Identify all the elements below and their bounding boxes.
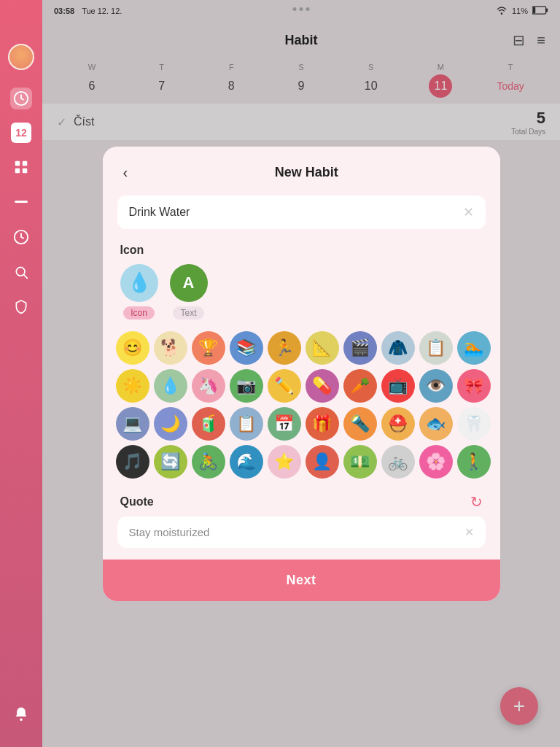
habit-icon-option[interactable]: 📐: [306, 331, 339, 365]
sidebar-item-grid[interactable]: [10, 156, 32, 178]
quote-section: Quote ↻ ✕: [117, 490, 486, 548]
habit-icon-option[interactable]: 🦄: [192, 369, 225, 403]
quote-label-row: Quote ↻: [117, 490, 486, 516]
habit-icon-option[interactable]: 🎁: [306, 407, 339, 441]
habit-icon-option[interactable]: 👁️: [419, 369, 453, 403]
habit-icon-option[interactable]: 🦷: [457, 407, 491, 441]
avatar[interactable]: [8, 44, 34, 70]
modal-overlay: ‹ New Habit ✕ Icon 💧 Icon A: [42, 0, 560, 747]
habit-icon-option[interactable]: 🚲: [381, 445, 415, 479]
modal-title: New Habit: [131, 165, 482, 180]
svg-rect-1: [15, 161, 20, 166]
habit-name-input-row: ✕: [117, 196, 486, 229]
next-button[interactable]: Next: [103, 560, 500, 601]
sidebar-item-clock[interactable]: [10, 226, 32, 248]
habit-icon-option[interactable]: 🔦: [343, 407, 377, 441]
habit-icon-option[interactable]: 🎵: [116, 445, 149, 479]
sidebar-item-notifications[interactable]: [10, 703, 32, 725]
sidebar-item-shield[interactable]: [10, 296, 32, 318]
svg-rect-5: [15, 201, 28, 203]
habit-icon-option[interactable]: 🐟: [419, 407, 453, 441]
habit-icon-option[interactable]: 🥕: [343, 369, 377, 403]
habit-icon-option[interactable]: ☀️: [116, 369, 149, 403]
icon-type-text[interactable]: A Text: [170, 264, 208, 320]
habit-icon-option[interactable]: ⭐: [268, 445, 301, 479]
icon-type-row: 💧 Icon A Text: [103, 264, 500, 331]
habit-icon-option[interactable]: 🌊: [230, 445, 263, 479]
habit-icon-option[interactable]: 👤: [306, 445, 339, 479]
svg-rect-2: [23, 161, 27, 166]
new-habit-modal: ‹ New Habit ✕ Icon 💧 Icon A: [103, 147, 500, 601]
icon-section-label: Icon: [103, 241, 500, 264]
icon-type-text-label: Text: [173, 306, 203, 320]
clear-input-button[interactable]: ✕: [463, 204, 474, 220]
habit-icon-option[interactable]: 🎀: [457, 369, 491, 403]
habit-icon-option[interactable]: 🚶: [457, 445, 491, 479]
habit-icon-option[interactable]: 🌸: [419, 445, 453, 479]
habit-icon-option[interactable]: 🌙: [154, 407, 187, 441]
habit-icon-option[interactable]: 📺: [381, 369, 415, 403]
icons-grid: 😊🐕🏆📚🏃📐🎬🧥📋🏊☀️💧🦄📷✏️💊🥕📺👁️🎀💻🌙🧃📋📅🎁🔦⛑️🐟🦷🎵🔄🚴🌊⭐👤…: [103, 331, 500, 490]
habit-icon-option[interactable]: 🚴: [192, 445, 225, 479]
habit-icon-option[interactable]: 📚: [230, 331, 263, 365]
modal-back-button[interactable]: ‹: [120, 161, 131, 184]
habit-icon-option[interactable]: 🔄: [154, 445, 187, 479]
habit-icon-option[interactable]: ✏️: [268, 369, 301, 403]
habit-icon-option[interactable]: 🏃: [268, 331, 301, 365]
habit-icon-option[interactable]: 🏊: [457, 331, 491, 365]
quote-input-row: ✕: [117, 516, 486, 548]
quote-refresh-button[interactable]: ↻: [470, 493, 483, 511]
modal-header: ‹ New Habit: [103, 147, 500, 196]
main-content: 03:58 Tue 12. 12. 11% Habit ⊟ ≡ W6T7F8S9…: [42, 0, 560, 747]
water-icon-preview: 💧: [120, 264, 158, 302]
habit-icon-option[interactable]: 💧: [154, 369, 187, 403]
habit-icon-option[interactable]: 📋: [230, 407, 263, 441]
text-icon-letter: A: [183, 274, 195, 293]
icon-type-icon-label: Icon: [123, 306, 155, 320]
text-icon-preview: A: [170, 264, 208, 302]
icon-type-icon[interactable]: 💧 Icon: [120, 264, 158, 320]
habit-icon-option[interactable]: 💻: [116, 407, 149, 441]
habit-name-input[interactable]: [129, 206, 463, 219]
quote-input[interactable]: [129, 526, 464, 538]
habit-icon-option[interactable]: 🐕: [154, 331, 187, 365]
habit-icon-option[interactable]: 🧃: [192, 407, 225, 441]
clear-quote-button[interactable]: ✕: [464, 525, 474, 539]
sidebar: 12: [0, 0, 42, 747]
svg-rect-3: [15, 169, 20, 173]
habit-icon-option[interactable]: 🏆: [192, 331, 225, 365]
habit-icon-option[interactable]: 📋: [419, 331, 453, 365]
svg-point-9: [20, 719, 22, 721]
sidebar-item-calendar[interactable]: [10, 88, 32, 109]
sidebar-item-calendar-badge[interactable]: 12: [11, 123, 31, 143]
habit-icon-option[interactable]: 😊: [116, 331, 149, 365]
habit-icon-option[interactable]: 🧥: [381, 331, 415, 365]
sidebar-item-search[interactable]: [10, 261, 32, 283]
sidebar-item-dash[interactable]: [10, 191, 32, 213]
habit-icon-option[interactable]: 💊: [306, 369, 339, 403]
quote-section-label: Quote: [120, 495, 154, 508]
habit-icon-option[interactable]: 🎬: [343, 331, 377, 365]
habit-icon-option[interactable]: 📅: [268, 407, 301, 441]
svg-rect-4: [23, 169, 27, 173]
svg-line-8: [24, 275, 28, 279]
habit-icon-option[interactable]: 📷: [230, 369, 263, 403]
habit-icon-option[interactable]: ⛑️: [381, 407, 415, 441]
badge-number: 12: [15, 127, 27, 139]
habit-icon-option[interactable]: 💵: [343, 445, 377, 479]
